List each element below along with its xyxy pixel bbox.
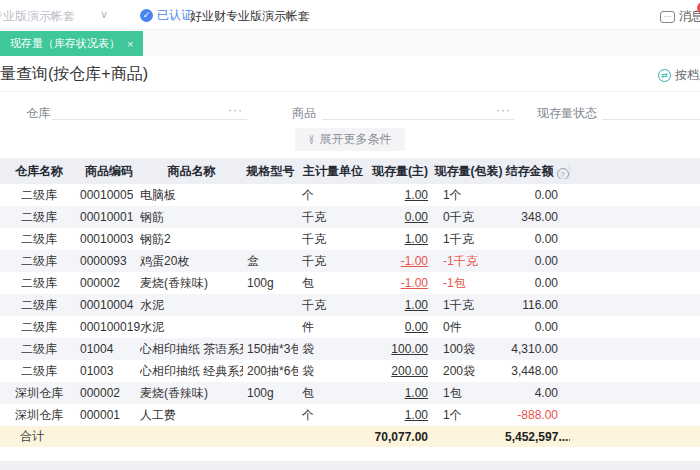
cell-warehouse: 二级库 (0, 253, 78, 270)
cell-spec: 盒 (243, 253, 298, 270)
table-row[interactable]: 二级库 00010005 电脑板 个 1.00 1个 0.00 (0, 184, 700, 206)
account-selector[interactable]: 专业版演示帐套 (0, 8, 75, 25)
cell-amount: 0.00 (505, 232, 570, 246)
table-row[interactable]: 二级库 01004 心相印抽纸 茶语系列 ... 150抽*3包... 袋 10… (0, 338, 700, 360)
table-row[interactable]: 二级库 01003 心相印抽纸 经典系列 200抽*6包 袋 200.00 20… (0, 360, 700, 382)
cell-unit: 包 (298, 385, 368, 402)
cell-unit: 千克 (298, 209, 368, 226)
cell-qty-main-link[interactable]: 1.00 (368, 386, 432, 400)
cell-qty-pack: 1千克 (432, 297, 505, 314)
cell-name: 钢筋2 (140, 231, 243, 248)
cell-qty-pack: 1个 (432, 407, 505, 424)
bottom-band (0, 461, 700, 470)
help-icon[interactable]: ? (557, 168, 569, 179)
stock-status-filter-label: 现存量状态 (537, 105, 597, 122)
cell-qty-main-link[interactable]: 200.00 (368, 364, 432, 378)
cell-code: 00010003 (78, 232, 140, 246)
table-row[interactable]: 二级库 000100019 水泥 件 0.00 0件 0.00 (0, 316, 700, 338)
messages-button[interactable]: ··· 消息 1 (660, 8, 700, 25)
cell-warehouse: 二级库 (0, 363, 78, 380)
expand-more-label: 展开更多条件 (319, 131, 391, 148)
cell-code: 00010005 (78, 188, 140, 202)
cell-code: 00010004 (78, 298, 140, 312)
cell-warehouse: 二级库 (0, 341, 78, 358)
product-filter-input[interactable] (322, 104, 514, 120)
table-row[interactable]: 二级库 00010003 钢筋2 千克 1.00 1千克 0.00 (0, 228, 700, 250)
cell-warehouse: 深圳仓库 (0, 407, 78, 424)
cell-qty-pack: 1个 (432, 187, 505, 204)
cell-name: 麦烧(香辣味) (140, 385, 243, 402)
cell-qty-pack: 1千克 (432, 231, 505, 248)
page-title: 现存量查询(按仓库+商品) (0, 64, 148, 85)
cell-code: 0000093 (78, 254, 140, 268)
cell-qty-pack: 100袋 (432, 341, 505, 358)
chevron-down-icon[interactable]: ∨ (100, 8, 108, 21)
archive-view-label: 按档案 (675, 67, 700, 84)
switch-view-icon: ⇄ (658, 69, 671, 82)
product-picker-icon[interactable]: ··· (496, 103, 511, 117)
cell-qty-main-link[interactable]: 100.00 (368, 342, 432, 356)
cell-warehouse: 二级库 (0, 297, 78, 314)
warehouse-filter-input[interactable] (52, 104, 247, 120)
cell-name: 电脑板 (140, 187, 243, 204)
cell-qty-main-link[interactable]: -1.00 (368, 276, 432, 290)
filter-bar: 仓库 ··· 商品 ··· 现存量状态 (0, 92, 700, 128)
cell-qty-main-link[interactable]: -1.00 (368, 254, 432, 268)
table-row[interactable]: 二级库 00010004 水泥 千克 1.00 1千克 116.00 (0, 294, 700, 316)
table-row[interactable]: 二级库 0000093 鸡蛋20枚 盒 千克 -1.00 -1千克 0.00 (0, 250, 700, 272)
cell-unit: 个 (298, 407, 368, 424)
cell-qty-pack: 200袋 (432, 363, 505, 380)
cell-warehouse: 二级库 (0, 209, 78, 226)
archive-view-button[interactable]: ⇄ 按档案 (658, 67, 700, 84)
warehouse-picker-icon[interactable]: ··· (228, 103, 243, 117)
cell-unit: 千克 (298, 297, 368, 314)
cell-unit: 千克 (298, 253, 368, 270)
header-name: 商品名称 (140, 163, 243, 180)
table-row[interactable]: 二级库 000002 麦烧(香辣味) 100g 包 -1.00 -1包 0.00 (0, 272, 700, 294)
cell-amount: 0.00 (505, 320, 570, 334)
table-header-row: 仓库名称 商品编码 商品名称 规格型号 主计量单位 现存量(主) 现存量(包装)… (0, 158, 700, 184)
table-row[interactable]: 深圳仓库 000001 人工费 个 1.00 1个 -888.00 (0, 404, 700, 426)
header-code: 商品编码 (78, 163, 140, 180)
cell-qty-main-link[interactable]: 1.00 (368, 298, 432, 312)
cell-amount: -888.00 (505, 408, 570, 422)
cell-qty-main-link[interactable]: 1.00 (368, 188, 432, 202)
cell-spec: 100g (243, 276, 298, 290)
cell-qty-main-link[interactable]: 1.00 (368, 232, 432, 246)
expand-more-button[interactable]: ∨∨ 展开更多条件 (295, 128, 406, 151)
cell-amount: 116.00 (505, 298, 570, 312)
table-row[interactable]: 深圳仓库 000002 麦烧(香辣味) 100g 包 1.00 1包 4.00 (0, 382, 700, 404)
cell-unit: 袋 (298, 341, 368, 358)
cell-qty-main-link[interactable]: 0.00 (368, 210, 432, 224)
title-bar: 现存量查询(按仓库+商品) ⇄ 按档案 (0, 56, 700, 92)
cell-qty-pack: -1千克 (432, 253, 505, 270)
cell-qty-pack: 0件 (432, 319, 505, 336)
cell-spec: 200抽*6包 (243, 363, 298, 380)
cell-code: 00010001 (78, 210, 140, 224)
cell-unit: 千克 (298, 231, 368, 248)
header-amount: 结存金额? (505, 163, 570, 179)
header-unit: 主计量单位 (298, 163, 368, 180)
cell-qty-pack: -1包 (432, 275, 505, 292)
table-footer-row: 合计 70,077.00 5,452,597.... (0, 426, 700, 447)
stock-status-filter-input[interactable] (602, 104, 700, 120)
cell-name: 麦烧(香辣味) (140, 275, 243, 292)
cell-name: 心相印抽纸 茶语系列 ... (140, 341, 243, 358)
cell-warehouse: 二级库 (0, 187, 78, 204)
cell-qty-pack: 0千克 (432, 209, 505, 226)
cell-code: 000001 (78, 408, 140, 422)
footer-total-label: 合计 (0, 428, 78, 445)
tab-label: 现存量（库存状况表） (10, 36, 120, 51)
table-row[interactable]: 二级库 00010001 钢筋 千克 0.00 0千克 348.00 (0, 206, 700, 228)
tab-stock-status[interactable]: 现存量（库存状况表） × (0, 31, 143, 56)
cell-spec: 150抽*3包... (243, 341, 298, 358)
cell-qty-main-link[interactable]: 0.00 (368, 320, 432, 334)
company-name: 好业财专业版演示帐套 (190, 8, 310, 25)
stock-table: 仓库名称 商品编码 商品名称 规格型号 主计量单位 现存量(主) 现存量(包装)… (0, 158, 700, 447)
cell-qty-main-link[interactable]: 1.00 (368, 408, 432, 422)
close-icon[interactable]: × (127, 38, 133, 50)
expand-row: ∨∨ 展开更多条件 (0, 128, 700, 150)
header-spec: 规格型号 (243, 163, 298, 180)
cell-qty-pack: 1包 (432, 385, 505, 402)
cell-unit: 个 (298, 187, 368, 204)
